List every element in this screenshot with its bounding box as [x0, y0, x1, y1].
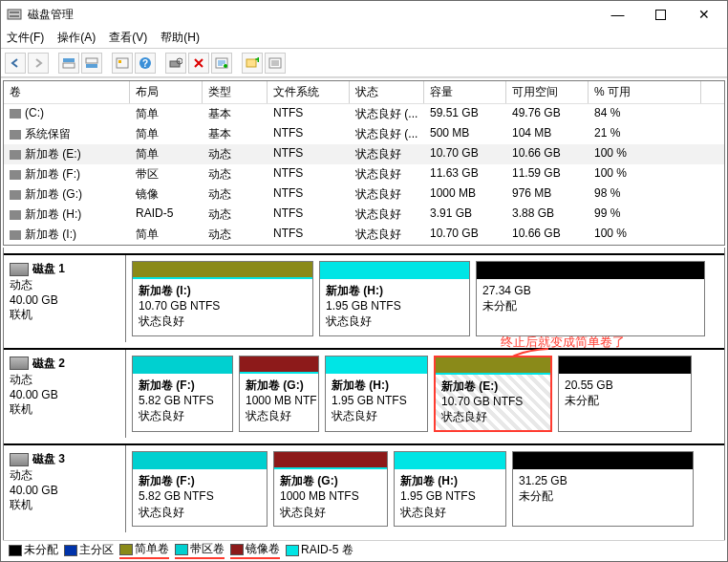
delete-icon[interactable]: [188, 53, 209, 74]
legend-stripe: 带区卷: [175, 541, 225, 559]
close-button[interactable]: ✕: [682, 1, 725, 28]
volume-list[interactable]: 卷 布局 类型 文件系统 状态 容量 可用空间 % 可用 (C:)简单基本NTF…: [3, 80, 725, 246]
svg-rect-4: [63, 58, 75, 62]
back-button[interactable]: [5, 53, 26, 74]
svg-rect-3: [656, 10, 666, 19]
svg-rect-9: [118, 60, 121, 63]
table-row[interactable]: 新加卷 (H:)RAID-5动态NTFS状态良好3.91 GB3.88 GB99…: [4, 205, 724, 225]
menubar: 文件(F) 操作(A) 查看(V) 帮助(H): [1, 28, 727, 49]
svg-point-15: [224, 64, 227, 68]
svg-rect-6: [86, 58, 97, 63]
disk-management-window: 磁盘管理 — ✕ 文件(F) 操作(A) 查看(V) 帮助(H) ? ✚ 卷 布…: [0, 0, 728, 562]
partition[interactable]: 新加卷 (H:)1.95 GB NTFS状态良好: [394, 451, 506, 527]
svg-rect-5: [63, 63, 75, 68]
svg-text:✚: ✚: [255, 57, 259, 64]
partition[interactable]: 新加卷 (H:)1.95 GB NTFS状态良好: [325, 356, 428, 433]
properties-icon[interactable]: [211, 53, 232, 74]
menu-view[interactable]: 查看(V): [109, 30, 147, 46]
col-layout[interactable]: 布局: [130, 81, 203, 103]
partition[interactable]: 新加卷 (F:)5.82 GB NTFS状态良好: [132, 451, 268, 527]
forward-button[interactable]: [28, 53, 49, 74]
disk-graphical-view[interactable]: 终止后就变成简单卷了 磁盘 1动态40.00 GB联机新加卷 (I:)10.70…: [3, 248, 725, 542]
menu-action[interactable]: 操作(A): [57, 30, 96, 46]
legend-unalloc: 未分配: [9, 542, 58, 558]
toolbar-new-volume[interactable]: ✚: [242, 53, 263, 74]
toolbar-list[interactable]: [265, 53, 286, 74]
window-title: 磁盘管理: [28, 7, 596, 23]
partition[interactable]: 新加卷 (I:)10.70 GB NTFS状态良好: [132, 261, 313, 336]
svg-rect-2: [10, 15, 19, 17]
legend-mirror: 镜像卷: [230, 541, 280, 559]
partition[interactable]: 新加卷 (H:)1.95 GB NTFS状态良好: [319, 261, 470, 336]
maximize-button[interactable]: [639, 1, 682, 28]
disk-row: 磁盘 3动态40.00 GB联机新加卷 (F:)5.82 GB NTFS状态良好…: [4, 443, 724, 532]
disk-info[interactable]: 磁盘 1动态40.00 GB联机: [4, 255, 126, 342]
col-capacity[interactable]: 容量: [424, 81, 506, 103]
partition[interactable]: 31.25 GB未分配: [512, 451, 694, 527]
svg-rect-0: [8, 10, 21, 19]
disk-row: 磁盘 2动态40.00 GB联机新加卷 (F:)5.82 GB NTFS状态良好…: [4, 348, 724, 439]
toolbar-settings[interactable]: [112, 53, 133, 74]
col-status[interactable]: 状态: [350, 81, 424, 103]
svg-text:?: ?: [142, 58, 148, 69]
col-volume[interactable]: 卷: [4, 81, 130, 103]
partition[interactable]: 新加卷 (E:)10.70 GB NTFS状态良好: [434, 356, 552, 433]
app-icon: [7, 7, 22, 22]
table-row[interactable]: 新加卷 (E:)简单动态NTFS状态良好10.70 GB10.66 GB100 …: [4, 144, 724, 164]
menu-help[interactable]: 帮助(H): [161, 30, 200, 46]
partition[interactable]: 27.34 GB未分配: [476, 261, 705, 336]
disk-row: 磁盘 1动态40.00 GB联机新加卷 (I:)10.70 GB NTFS状态良…: [4, 253, 724, 342]
table-row[interactable]: 系统保留简单基本NTFS状态良好 (...500 MB104 MB21 %: [4, 124, 724, 144]
content-area: 卷 布局 类型 文件系统 状态 容量 可用空间 % 可用 (C:)简单基本NTF…: [1, 77, 727, 542]
annotation-text: 终止后就变成简单卷了: [501, 334, 625, 351]
titlebar: 磁盘管理 — ✕: [1, 1, 727, 28]
col-pctfree[interactable]: % 可用: [589, 81, 701, 103]
col-free[interactable]: 可用空间: [506, 81, 589, 103]
disk-info[interactable]: 磁盘 3动态40.00 GB联机: [4, 445, 126, 532]
table-row[interactable]: (C:)简单基本NTFS状态良好 (...59.51 GB49.76 GB84 …: [4, 104, 724, 124]
legend-primary: 主分区: [64, 542, 114, 558]
toolbar: ? ✚: [1, 49, 727, 77]
partition[interactable]: 新加卷 (F:)5.82 GB NTFS状态良好: [132, 356, 233, 433]
col-type[interactable]: 类型: [203, 81, 268, 103]
partition[interactable]: 新加卷 (G:)1000 MB NTFS状态良好: [273, 451, 388, 527]
help-icon[interactable]: ?: [135, 53, 156, 74]
minimize-button[interactable]: —: [596, 1, 639, 28]
legend: 未分配 主分区 简单卷 带区卷 镜像卷 RAID-5 卷: [3, 540, 725, 559]
legend-simple: 简单卷: [119, 541, 169, 559]
partition[interactable]: 新加卷 (G:)1000 MB NTF状态良好: [239, 356, 319, 433]
toolbar-view-bottom[interactable]: [81, 53, 102, 74]
menu-file[interactable]: 文件(F): [7, 30, 44, 46]
svg-rect-7: [86, 64, 97, 68]
rescan-icon[interactable]: [165, 53, 186, 74]
toolbar-view-top[interactable]: [58, 53, 79, 74]
partition[interactable]: 20.55 GB未分配: [558, 356, 692, 433]
volume-list-header: 卷 布局 类型 文件系统 状态 容量 可用空间 % 可用: [4, 81, 724, 104]
svg-rect-1: [10, 11, 19, 13]
svg-rect-8: [117, 58, 128, 68]
table-row[interactable]: 新加卷 (G:)镜像动态NTFS状态良好1000 MB976 MB98 %: [4, 184, 724, 205]
col-fs[interactable]: 文件系统: [268, 81, 350, 103]
disk-info[interactable]: 磁盘 2动态40.00 GB联机: [4, 350, 126, 439]
table-row[interactable]: 新加卷 (I:)简单动态NTFS状态良好10.70 GB10.66 GB100 …: [4, 225, 724, 245]
legend-raid5: RAID-5 卷: [286, 542, 353, 558]
table-row[interactable]: 新加卷 (F:)带区动态NTFS状态良好11.63 GB11.59 GB100 …: [4, 164, 724, 184]
